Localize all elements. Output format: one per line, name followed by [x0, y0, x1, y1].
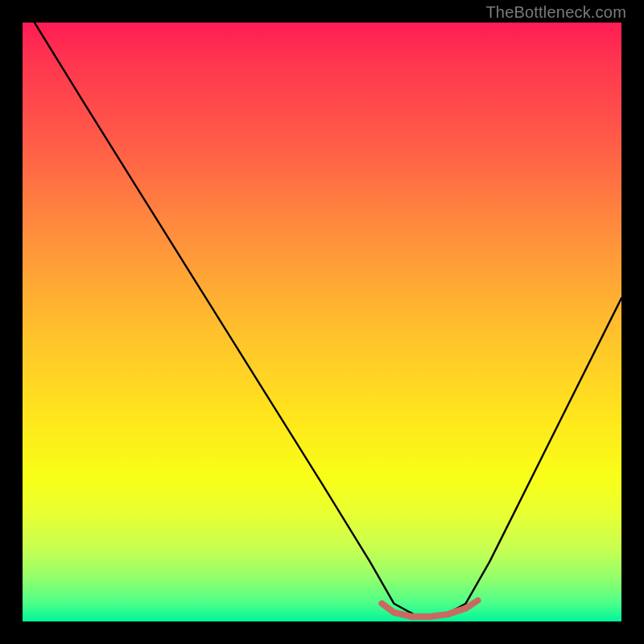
plot-area [23, 23, 621, 621]
chart-frame: TheBottleneck.com [0, 0, 644, 644]
valley-highlight [382, 601, 477, 617]
watermark-text: TheBottleneck.com [485, 3, 626, 22]
bottleneck-curve [35, 23, 621, 617]
curve-layer [23, 23, 621, 621]
